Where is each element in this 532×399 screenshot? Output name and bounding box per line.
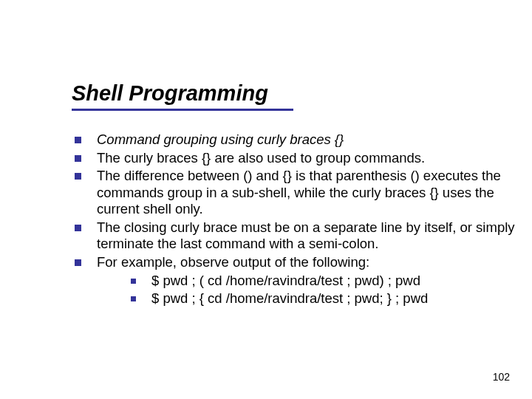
slide: Shell Programming Command grouping using… bbox=[0, 0, 532, 399]
bullet-text: The difference between () and {} is that… bbox=[97, 168, 501, 216]
bullet-text: The curly braces {} are also used to gro… bbox=[97, 150, 425, 166]
sub-bullet-text: $ pwd ; { cd /home/ravindra/test ; pwd; … bbox=[151, 290, 428, 306]
bullet-text: For example, observe output of the follo… bbox=[97, 254, 369, 270]
sub-bullet-item: $ pwd ; ( cd /home/ravindra/test ; pwd) … bbox=[97, 273, 515, 290]
square-bullet-icon bbox=[75, 155, 81, 162]
title-block: Shell Programming bbox=[72, 81, 293, 111]
square-bullet-icon bbox=[75, 225, 81, 231]
square-bullet-icon bbox=[131, 279, 136, 284]
bullet-text: The closing curly brace must be on a sep… bbox=[97, 219, 515, 252]
sub-bullet-text: $ pwd ; ( cd /home/ravindra/test ; pwd) … bbox=[151, 273, 420, 288]
bullet-item: The closing curly brace must be on a sep… bbox=[72, 219, 515, 253]
square-bullet-icon bbox=[75, 259, 81, 266]
page-number: 102 bbox=[493, 371, 510, 383]
square-bullet-icon bbox=[75, 173, 81, 180]
square-bullet-icon bbox=[75, 137, 81, 143]
slide-title: Shell Programming bbox=[72, 81, 293, 106]
slide-body: Command grouping using curly braces {} T… bbox=[72, 132, 515, 309]
sub-bullet-item: $ pwd ; { cd /home/ravindra/test ; pwd; … bbox=[97, 290, 515, 307]
bullet-item: For example, observe output of the follo… bbox=[72, 254, 515, 307]
bullet-item: The curly braces {} are also used to gro… bbox=[72, 150, 515, 167]
bullet-text: Command grouping using curly braces {} bbox=[97, 132, 344, 147]
square-bullet-icon bbox=[131, 296, 136, 301]
title-underline bbox=[72, 109, 293, 111]
bullet-item: The difference between () and {} is that… bbox=[72, 168, 515, 218]
bullet-item: Command grouping using curly braces {} bbox=[72, 132, 515, 149]
